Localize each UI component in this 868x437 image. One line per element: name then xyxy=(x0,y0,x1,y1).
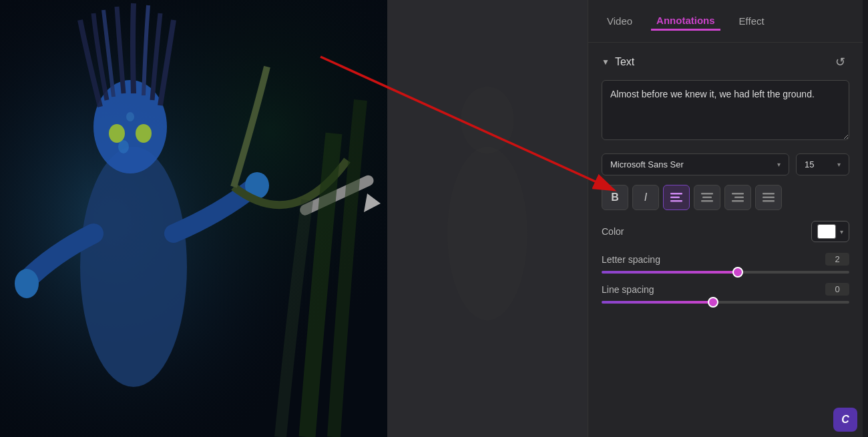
svg-rect-23 xyxy=(701,200,713,202)
svg-point-14 xyxy=(461,87,514,153)
font-family-value: Microsoft Sans Ser xyxy=(610,159,684,169)
letter-spacing-slider[interactable] xyxy=(602,271,849,274)
middle-preview xyxy=(387,0,588,437)
tab-effect[interactable]: Effect xyxy=(734,13,770,29)
tab-annotations[interactable]: Annotations xyxy=(651,12,720,31)
svg-rect-28 xyxy=(763,197,775,199)
svg-rect-26 xyxy=(732,200,744,202)
font-size-chevron: ▾ xyxy=(837,161,841,168)
svg-point-15 xyxy=(447,147,527,320)
color-chevron: ▾ xyxy=(840,228,843,236)
letter-spacing-section: Letter spacing 2 xyxy=(602,253,849,274)
section-collapse-arrow[interactable]: ▼ xyxy=(602,57,610,67)
color-picker-button[interactable]: ▾ xyxy=(811,221,849,242)
letter-spacing-label-row: Letter spacing 2 xyxy=(602,253,849,266)
svg-rect-21 xyxy=(701,193,713,195)
svg-point-7 xyxy=(15,269,39,298)
italic-button[interactable]: I xyxy=(632,185,659,210)
text-content-input[interactable]: Almost before we knew it, we had left th… xyxy=(602,80,849,140)
line-spacing-section: Line spacing 0 xyxy=(602,283,849,304)
svg-rect-27 xyxy=(763,193,775,195)
tabs-bar: Video Annotations Effect xyxy=(588,0,863,43)
line-spacing-label-row: Line spacing 0 xyxy=(602,283,849,296)
svg-rect-22 xyxy=(702,197,712,199)
font-size-value: 15 xyxy=(805,159,814,169)
video-background-svg xyxy=(0,0,387,437)
line-spacing-value: 0 xyxy=(825,283,849,296)
format-buttons-row: B I xyxy=(602,185,849,210)
svg-point-3 xyxy=(80,147,187,387)
svg-rect-24 xyxy=(732,193,744,195)
font-family-select[interactable]: Microsoft Sans Ser ▾ xyxy=(602,153,789,175)
align-right-button[interactable] xyxy=(724,185,751,210)
svg-rect-25 xyxy=(734,197,744,199)
middle-preview-svg xyxy=(387,0,588,437)
svg-rect-20 xyxy=(670,200,682,202)
letter-spacing-value: 2 xyxy=(825,253,849,266)
line-spacing-slider[interactable] xyxy=(602,301,849,304)
letter-spacing-fill xyxy=(602,271,738,274)
capcut-logo[interactable]: C xyxy=(833,408,857,432)
video-preview xyxy=(0,0,387,437)
tab-video[interactable]: Video xyxy=(602,13,638,29)
svg-rect-29 xyxy=(763,200,775,202)
line-spacing-fill xyxy=(602,301,713,304)
letter-spacing-label: Letter spacing xyxy=(602,254,660,265)
align-center-button[interactable] xyxy=(694,185,720,210)
panel-content: ▼ Text ↺ Almost before we knew it, we ha… xyxy=(588,43,863,404)
font-row: Microsoft Sans Ser ▾ 15 ▾ xyxy=(602,153,849,175)
svg-rect-18 xyxy=(670,193,682,195)
svg-point-11 xyxy=(118,140,129,153)
align-left-button[interactable] xyxy=(663,185,690,210)
font-size-select[interactable]: 15 ▾ xyxy=(796,153,849,175)
scrollbar[interactable] xyxy=(863,0,868,437)
letter-spacing-thumb[interactable] xyxy=(732,267,743,278)
color-row: Color ▾ xyxy=(602,221,849,242)
line-spacing-label: Line spacing xyxy=(602,284,654,295)
section-title: Text xyxy=(615,56,634,68)
line-spacing-thumb[interactable] xyxy=(708,297,718,308)
section-title-row: ▼ Text xyxy=(602,56,634,68)
svg-rect-19 xyxy=(670,197,680,199)
svg-point-12 xyxy=(126,112,134,121)
svg-point-5 xyxy=(109,124,125,143)
justify-button[interactable] xyxy=(755,185,782,210)
reset-button[interactable]: ↺ xyxy=(831,53,849,71)
font-family-chevron: ▾ xyxy=(777,161,781,168)
bold-button[interactable]: B xyxy=(602,185,628,210)
color-swatch xyxy=(817,224,836,239)
text-section-header: ▼ Text ↺ xyxy=(602,53,849,71)
svg-point-6 xyxy=(136,124,152,143)
color-label: Color xyxy=(602,226,624,237)
right-panel: Video Annotations Effect ▼ Text ↺ Almost… xyxy=(588,0,863,437)
